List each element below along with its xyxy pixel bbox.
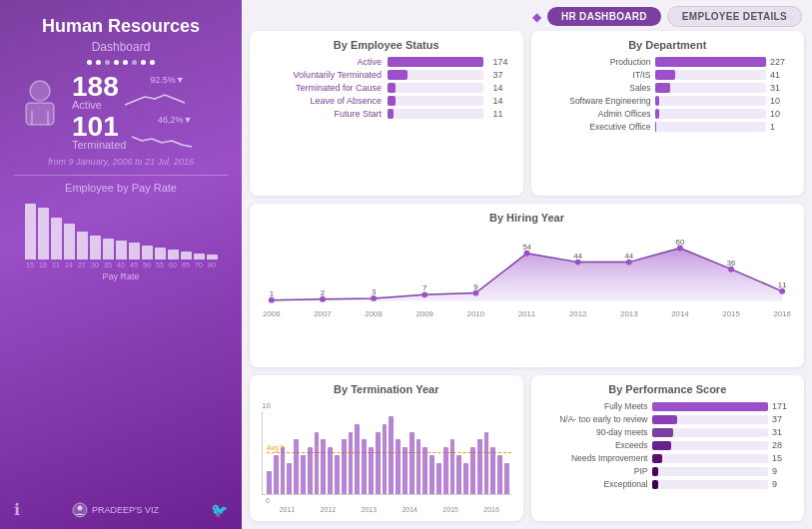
perf-label: Exceptional — [543, 479, 648, 489]
term-bar — [389, 416, 394, 494]
term-bar — [497, 455, 502, 494]
term-bar — [416, 439, 421, 494]
perf-fill — [652, 428, 673, 437]
svg-text:44: 44 — [624, 251, 633, 260]
payrate-label: 50 — [142, 262, 153, 268]
dept-track — [655, 70, 767, 80]
emp-status-value: 11 — [493, 109, 511, 119]
emp-status-value: 37 — [493, 70, 511, 80]
payrate-label: 21 — [51, 262, 62, 268]
term-bar — [450, 439, 455, 494]
dept-value: 31 — [770, 83, 792, 93]
dept-track — [655, 57, 767, 67]
employee-status-row: Leave of Absence14 — [262, 96, 511, 106]
dept-row: Executive Office1 — [543, 122, 793, 132]
payrate-label: 80 — [207, 262, 218, 268]
perf-track — [652, 480, 769, 489]
active-stat-row: 188 Active 92.5%▼ — [72, 73, 228, 111]
term-bars-container: Avg 5 — [262, 412, 511, 495]
term-bar — [355, 424, 360, 494]
emp-status-value: 174 — [493, 57, 511, 67]
payrate-bar — [90, 236, 101, 259]
sidebar-title: Human Resources — [14, 16, 228, 38]
perf-track — [652, 454, 769, 463]
term-bar — [301, 455, 306, 494]
termination-year-title: By Termination Year — [262, 383, 511, 395]
dept-value: 10 — [770, 109, 792, 119]
term-bar — [362, 439, 367, 494]
perf-row: 90-day meets31 — [543, 427, 793, 437]
payrate-label: 65 — [181, 262, 192, 268]
department-title: By Department — [543, 39, 793, 51]
svg-point-5 — [77, 505, 82, 510]
svg-text:54: 54 — [522, 242, 531, 251]
svg-text:2015: 2015 — [722, 309, 740, 318]
top-nav: ◆ HR DASHBOARD EMPLOYEE DETAILS — [242, 0, 812, 31]
term-bar — [287, 463, 292, 494]
termination-chart: 10 Avg 5 0 201120122013201420152016 — [262, 401, 511, 513]
payrate-bar — [142, 246, 153, 260]
perf-fill — [652, 454, 662, 463]
sidebar-footer: ℹ PRADEEP'S VIZ 🐦 — [14, 494, 228, 519]
dept-fill — [655, 83, 670, 93]
svg-text:2009: 2009 — [415, 309, 432, 318]
employee-status-row: Voluntarily Terminated37 — [262, 70, 511, 80]
perf-label: Needs Improvement — [543, 453, 648, 463]
payrate-axis-label: Pay Rate — [14, 271, 228, 281]
emp-status-label: Voluntarily Terminated — [262, 70, 382, 80]
payrate-bar — [168, 250, 179, 259]
hiring-year-card: By Hiring Year 1200622007320087200992010… — [250, 204, 804, 368]
term-bar — [328, 447, 333, 494]
svg-text:44: 44 — [573, 251, 582, 260]
perf-label: 90-day meets — [543, 427, 648, 437]
emp-status-track — [388, 70, 483, 80]
svg-text:36: 36 — [727, 258, 736, 266]
dept-track — [655, 109, 767, 119]
dept-row: IT/IS41 — [543, 70, 793, 80]
active-sparkline: 92.5%▼ — [125, 75, 185, 109]
terminated-sparkline: 46.2%▼ — [132, 115, 192, 149]
perf-value: 31 — [772, 427, 792, 437]
payrate-bar — [103, 239, 114, 260]
payrate-bar — [25, 204, 36, 260]
term-bar — [342, 439, 347, 494]
perf-label: Fully Meets — [543, 401, 648, 411]
main-content: ◆ HR DASHBOARD EMPLOYEE DETAILS By Emplo… — [242, 0, 812, 529]
term-bar — [403, 447, 407, 494]
dept-value: 10 — [770, 96, 792, 106]
performance-bars: Fully Meets171N/A- too early to review37… — [543, 401, 793, 492]
perf-fill — [652, 480, 658, 489]
dept-label: Executive Office — [543, 122, 651, 132]
payrate-bar — [194, 254, 205, 260]
emp-status-track — [388, 96, 483, 106]
dept-value: 41 — [770, 70, 792, 80]
svg-text:7: 7 — [422, 283, 426, 292]
dept-row: Sales31 — [543, 83, 793, 93]
hiring-year-chart: 1200622007320087200992010542011442012442… — [262, 230, 792, 360]
hr-dashboard-btn[interactable]: HR DASHBOARD — [547, 7, 661, 26]
term-max-label: 10 — [262, 401, 271, 410]
svg-text:2011: 2011 — [518, 309, 535, 318]
terminated-stat-row: 101 Terminated 46.2%▼ — [72, 113, 228, 151]
dept-row: Production227 — [543, 57, 793, 67]
term-bar — [281, 447, 286, 494]
term-bar — [490, 447, 495, 494]
employee-details-btn[interactable]: EMPLOYEE DETAILS — [667, 6, 802, 27]
person-icon — [14, 73, 66, 133]
payrate-label: 18 — [38, 262, 49, 268]
emp-status-track — [388, 57, 483, 67]
department-card: By Department Production227IT/IS41Sales3… — [531, 31, 805, 196]
payrate-bar — [207, 255, 218, 260]
emp-status-fill — [388, 109, 394, 119]
term-bar — [477, 439, 482, 494]
diamond-icon: ◆ — [532, 10, 541, 24]
svg-text:60: 60 — [676, 237, 685, 246]
dept-label: Production — [543, 57, 651, 67]
svg-rect-0 — [26, 103, 54, 125]
perf-value: 28 — [772, 440, 792, 450]
term-bar — [396, 439, 401, 494]
perf-label: PIP — [543, 466, 648, 476]
payrate-bar — [181, 252, 192, 259]
employee-status-title: By Employee Status — [262, 39, 511, 51]
dept-label: Admin Offices — [543, 109, 651, 119]
